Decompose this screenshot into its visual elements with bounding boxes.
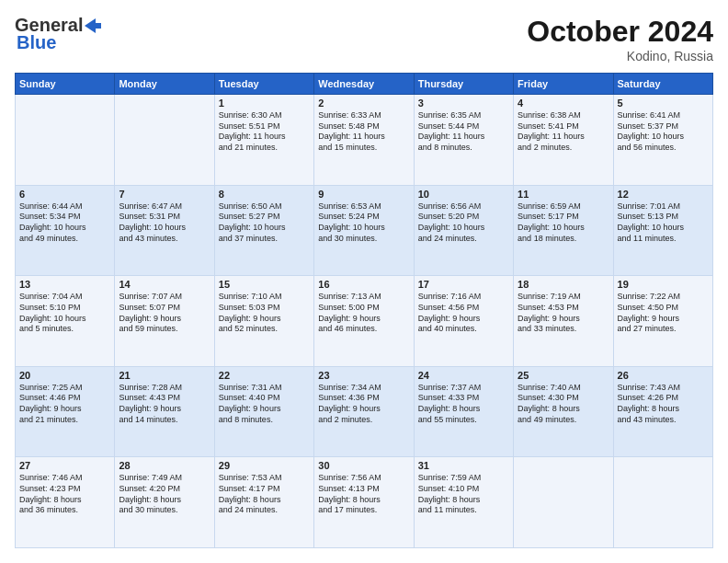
cell-line: Daylight: 9 hours [219,314,310,325]
day-number: 1 [219,98,310,109]
cell-line: and 36 minutes. [19,505,110,516]
cell-line: Sunset: 5:00 PM [318,303,409,314]
day-number: 11 [518,189,609,200]
cell-line: Sunrise: 7:43 AM [618,383,709,394]
cell-line: Daylight: 9 hours [119,404,210,415]
cell-line: Daylight: 10 hours [618,132,709,143]
cell-line: Sunset: 4:43 PM [119,393,210,404]
cell-line: Daylight: 10 hours [518,223,609,234]
cell-line: and 15 minutes. [318,143,409,154]
cell-line: Sunset: 5:13 PM [618,212,709,223]
cell-line: Sunset: 4:20 PM [119,484,210,495]
day-number: 31 [418,460,509,471]
day-number: 17 [418,279,509,290]
cell-line: Daylight: 9 hours [518,314,609,325]
cell-line: Daylight: 8 hours [418,404,509,415]
cell-line: Sunrise: 7:25 AM [19,383,110,394]
day-number: 9 [318,189,409,200]
cell-line: Sunrise: 7:40 AM [518,383,609,394]
cell-line: Sunset: 4:10 PM [418,484,509,495]
day-number: 4 [518,98,609,109]
cell-line: Sunrise: 7:34 AM [318,383,409,394]
day-number: 5 [618,98,709,109]
cell-line: Daylight: 8 hours [219,495,310,506]
month-title: October 2024 [527,15,713,49]
cell-line: Daylight: 8 hours [318,495,409,506]
cell-line: Sunset: 5:10 PM [19,303,110,314]
cell-line: Daylight: 10 hours [119,223,210,234]
day-number: 8 [219,189,310,200]
calendar-cell: 26Sunrise: 7:43 AMSunset: 4:26 PMDayligh… [613,366,712,457]
cell-line: and 49 minutes. [19,234,110,245]
cell-line: Sunset: 4:30 PM [518,393,609,404]
calendar-cell: 12Sunrise: 7:01 AMSunset: 5:13 PMDayligh… [613,185,712,276]
cell-line: Sunrise: 7:56 AM [318,473,409,484]
calendar-cell: 4Sunrise: 6:38 AMSunset: 5:41 PMDaylight… [514,95,613,186]
cell-line: and 46 minutes. [318,324,409,335]
cell-line: Sunrise: 6:30 AM [219,110,310,121]
calendar-cell: 21Sunrise: 7:28 AMSunset: 4:43 PMDayligh… [115,366,214,457]
day-number: 10 [418,189,509,200]
cell-line: Sunset: 4:56 PM [418,303,509,314]
cell-line: Sunset: 5:44 PM [418,121,509,132]
cell-line: Sunrise: 7:49 AM [119,473,210,484]
cell-line: and 21 minutes. [19,415,110,426]
cell-line: and 24 minutes. [418,234,509,245]
calendar-cell: 6Sunrise: 6:44 AMSunset: 5:34 PMDaylight… [16,185,115,276]
calendar-cell: 14Sunrise: 7:07 AMSunset: 5:07 PMDayligh… [115,276,214,367]
cell-line: Sunrise: 7:10 AM [219,292,310,303]
cell-line: Sunset: 5:27 PM [219,212,310,223]
cell-line: Daylight: 10 hours [618,223,709,234]
cell-line: and 55 minutes. [418,415,509,426]
weekday-header: Sunday [16,74,115,95]
day-number: 2 [318,98,409,109]
cell-line: Daylight: 9 hours [618,314,709,325]
day-number: 22 [219,370,310,381]
cell-line: Sunrise: 6:50 AM [219,201,310,213]
cell-line: Sunset: 5:03 PM [219,303,310,314]
day-number: 6 [19,189,110,200]
cell-line: and 40 minutes. [418,324,509,335]
cell-line: Sunset: 4:26 PM [618,393,709,404]
calendar-week-row: 6Sunrise: 6:44 AMSunset: 5:34 PMDaylight… [16,185,713,276]
cell-line: and 5 minutes. [19,324,110,335]
cell-line: Daylight: 8 hours [618,404,709,415]
day-number: 26 [618,370,709,381]
cell-line: Sunset: 5:34 PM [19,212,110,223]
cell-line: Sunset: 4:23 PM [19,484,110,495]
cell-line: Daylight: 9 hours [19,404,110,415]
cell-line: Daylight: 8 hours [518,404,609,415]
calendar-body: 1Sunrise: 6:30 AMSunset: 5:51 PMDaylight… [16,95,713,548]
cell-line: and 2 minutes. [518,143,609,154]
cell-line: and 56 minutes. [618,143,709,154]
cell-line: Daylight: 10 hours [318,223,409,234]
logo-arrow-icon [83,17,103,34]
cell-line: and 43 minutes. [618,415,709,426]
cell-line: Sunrise: 6:47 AM [119,201,210,213]
cell-line: Sunrise: 7:22 AM [618,292,709,303]
cell-line: Daylight: 11 hours [418,132,509,143]
cell-line: Daylight: 11 hours [219,132,310,143]
calendar-cell: 27Sunrise: 7:46 AMSunset: 4:23 PMDayligh… [16,457,115,548]
calendar-cell: 30Sunrise: 7:56 AMSunset: 4:13 PMDayligh… [314,457,414,548]
day-number: 29 [219,460,310,471]
calendar-week-row: 1Sunrise: 6:30 AMSunset: 5:51 PMDaylight… [16,95,713,186]
calendar-week-row: 13Sunrise: 7:04 AMSunset: 5:10 PMDayligh… [16,276,713,367]
cell-line: Daylight: 10 hours [418,223,509,234]
cell-line: Sunset: 5:41 PM [518,121,609,132]
cell-line: Sunrise: 7:28 AM [119,383,210,394]
cell-line: Sunset: 4:40 PM [219,393,310,404]
cell-line: and 14 minutes. [119,415,210,426]
svg-marker-0 [85,18,101,33]
cell-line: Sunset: 4:13 PM [318,484,409,495]
cell-line: Sunrise: 6:53 AM [318,201,409,213]
cell-line: and 37 minutes. [219,234,310,245]
cell-line: Daylight: 11 hours [518,132,609,143]
cell-line: Sunset: 5:07 PM [119,303,210,314]
calendar-cell: 15Sunrise: 7:10 AMSunset: 5:03 PMDayligh… [214,276,313,367]
calendar-cell: 25Sunrise: 7:40 AMSunset: 4:30 PMDayligh… [514,366,613,457]
cell-line: and 59 minutes. [119,324,210,335]
weekday-header: Monday [115,74,214,95]
cell-line: Sunset: 5:20 PM [418,212,509,223]
day-number: 27 [19,460,110,471]
